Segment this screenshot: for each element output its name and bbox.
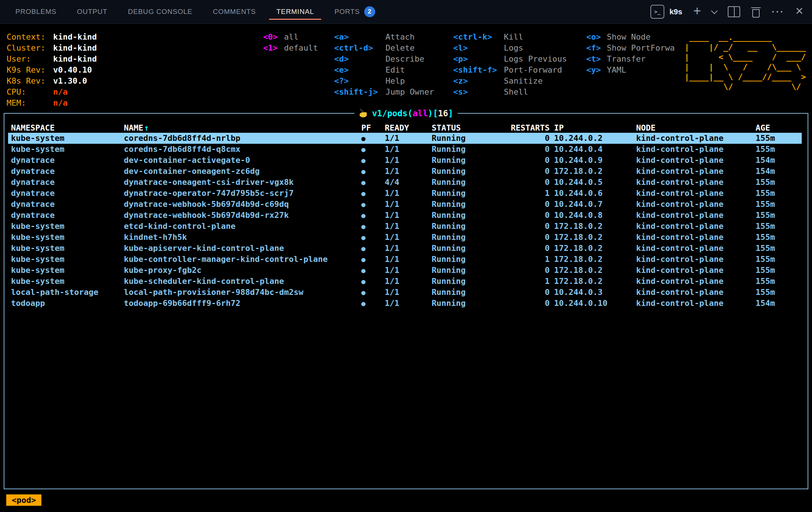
- tab-problems[interactable]: PROBLEMS: [5, 0, 67, 23]
- vscode-terminal-panel: PROBLEMSOUTPUTDEBUG CONSOLECOMMENTSTERMI…: [0, 0, 812, 512]
- hotkey-label: Logs: [504, 43, 567, 54]
- cell-namespace: dynatrace: [11, 199, 124, 210]
- more-actions-icon[interactable]: ···: [772, 6, 785, 18]
- cell-namespace: kube-system: [11, 221, 124, 232]
- tab-output[interactable]: OUTPUT: [67, 0, 118, 23]
- tab-ports[interactable]: PORTS2: [324, 0, 385, 23]
- table-row[interactable]: kube-systemkube-proxy-fgb2c●1/1Running01…: [8, 265, 802, 276]
- hotkey-key: <y>: [586, 65, 607, 76]
- cluster-info-label: MEM:: [7, 98, 53, 109]
- kill-terminal-icon[interactable]: [751, 6, 761, 18]
- cell-age: 155m: [756, 177, 802, 188]
- table-row[interactable]: dynatracedynatrace-webhook-5b697d4b9d-c6…: [8, 199, 802, 210]
- cell-ip: 10.244.0.9: [551, 155, 636, 166]
- cell-namespace: kube-system: [11, 254, 124, 265]
- table-header: NAMESPACE NAME↑ PF READY STATUS RESTARTS…: [8, 122, 802, 134]
- cell-name: coredns-7db6d8ff4d-nrlbp: [124, 133, 361, 144]
- hotkey-label: Attach: [385, 32, 434, 43]
- hotkey-key: <d>: [334, 54, 385, 65]
- panel-tab-bar: PROBLEMSOUTPUTDEBUG CONSOLECOMMENTSTERMI…: [0, 0, 812, 24]
- new-terminal-button[interactable]: +: [693, 4, 701, 18]
- cell-namespace: dynatrace: [11, 155, 124, 166]
- hotkey-label: YAML: [607, 65, 675, 76]
- cell-node: kind-control-plane: [636, 166, 756, 177]
- table-row[interactable]: dynatracedynatrace-oneagent-csi-driver-v…: [8, 177, 802, 188]
- close-panel-icon[interactable]: ×: [796, 4, 803, 18]
- table-row[interactable]: dynatracedynatrace-operator-747d795b5c-s…: [8, 188, 802, 199]
- column-header-name: NAME↑: [124, 122, 361, 134]
- cell-name: kube-apiserver-kind-control-plane: [124, 243, 361, 254]
- pf-dot-icon: ●: [361, 254, 385, 265]
- cell-age: 155m: [756, 243, 802, 254]
- cell-ready: 1/1: [385, 199, 432, 210]
- cell-restarts: 0: [508, 155, 551, 166]
- cell-status: Running: [432, 199, 508, 210]
- hotkey-key: <0>: [263, 32, 284, 43]
- hotkey-label: Transfer: [607, 54, 675, 65]
- hotkeys-actions-3: <o>Show Node<f>Show PortForwa<t>Transfer…: [586, 32, 675, 76]
- hotkeys-namespaces: <0>all<1>default: [263, 32, 318, 54]
- cell-age: 155m: [756, 276, 802, 287]
- hotkey-label: Show Node: [607, 32, 675, 43]
- table-row[interactable]: kube-systemcoredns-7db6d8ff4d-nrlbp●1/1R…: [8, 133, 802, 144]
- table-row[interactable]: dynatracedynatrace-webhook-5b697d4b9d-rx…: [8, 210, 802, 221]
- column-header-namespace: NAMESPACE: [11, 122, 124, 134]
- cell-node: kind-control-plane: [636, 298, 756, 309]
- pf-dot-icon: ●: [361, 232, 385, 243]
- cell-namespace: kube-system: [11, 276, 124, 287]
- pf-dot-icon: ●: [361, 298, 385, 309]
- ports-count-badge: 2: [364, 6, 375, 17]
- cluster-info-label: Context:: [7, 32, 53, 43]
- hotkey-key: <z>: [453, 76, 504, 87]
- tab-debug-console[interactable]: DEBUG CONSOLE: [118, 0, 203, 23]
- table-row[interactable]: dynatracedev-container-oneagent-zc6dg●1/…: [8, 166, 802, 177]
- table-row[interactable]: kube-systemkube-scheduler-kind-control-p…: [8, 276, 802, 287]
- cell-namespace: kube-system: [11, 144, 124, 155]
- table-row[interactable]: kube-systemcoredns-7db6d8ff4d-q8cmx●1/1R…: [8, 144, 802, 155]
- tab-comments[interactable]: COMMENTS: [203, 0, 266, 23]
- hotkey-label: Logs Previous: [504, 54, 567, 65]
- cell-restarts: 0: [508, 144, 551, 155]
- hotkey-key: <l>: [453, 43, 504, 54]
- cell-namespace: kube-system: [11, 243, 124, 254]
- table-row[interactable]: kube-systemetcd-kind-control-plane●1/1Ru…: [8, 221, 802, 232]
- cell-name: coredns-7db6d8ff4d-q8cmx: [124, 144, 361, 155]
- table-title-text: v1/pods(all)[16]: [372, 109, 453, 118]
- hotkey-label: Shell: [504, 87, 567, 98]
- cell-age: 155m: [756, 188, 802, 199]
- table-row[interactable]: todoapptodoapp-69b66dfff9-6rh72●1/1Runni…: [8, 298, 802, 309]
- cell-ready: 4/4: [385, 177, 432, 188]
- cluster-info: Context:kind-kindCluster:kind-kindUser:k…: [7, 32, 97, 109]
- cell-age: 155m: [756, 287, 802, 298]
- cluster-info-value: n/a: [53, 87, 97, 98]
- table-row[interactable]: local-path-storagelocal-path-provisioner…: [8, 287, 802, 298]
- table-row[interactable]: dynatracedev-container-activegate-0●1/1R…: [8, 155, 802, 166]
- table-row[interactable]: kube-systemkube-controller-manager-kind-…: [8, 254, 802, 265]
- hotkey-label: all: [284, 32, 318, 43]
- cell-status: Running: [432, 254, 508, 265]
- cell-node: kind-control-plane: [636, 276, 756, 287]
- pods-table-panel: v1/pods(all)[16] NAMESPACE NAME↑ PF READ…: [4, 113, 808, 489]
- cell-ready: 1/1: [385, 133, 432, 144]
- table-row[interactable]: kube-systemkube-apiserver-kind-control-p…: [8, 243, 802, 254]
- pf-dot-icon: ●: [361, 265, 385, 276]
- cell-status: Running: [432, 177, 508, 188]
- tab-label: OUTPUT: [77, 8, 107, 16]
- hotkey-label: Kill: [504, 32, 567, 43]
- tab-label: DEBUG CONSOLE: [128, 8, 192, 16]
- cell-age: 155m: [756, 232, 802, 243]
- table-title: v1/pods(all)[16]: [354, 107, 458, 120]
- hotkey-key: <e>: [334, 65, 385, 76]
- hotkey-key: <1>: [263, 43, 284, 54]
- cell-restarts: 0: [508, 287, 551, 298]
- cell-ip: 172.18.0.2: [551, 265, 636, 276]
- cell-node: kind-control-plane: [636, 265, 756, 276]
- tab-terminal[interactable]: TERMINAL: [266, 0, 324, 23]
- terminal-dropdown-chevron-icon[interactable]: [711, 7, 717, 14]
- pf-dot-icon: ●: [361, 287, 385, 298]
- cell-restarts: 0: [508, 298, 551, 309]
- split-terminal-icon[interactable]: [728, 6, 740, 17]
- cell-name: local-path-provisioner-988d74bc-dm2sw: [124, 287, 361, 298]
- table-row[interactable]: kube-systemkindnet-h7h5k●1/1Running0172.…: [8, 232, 802, 243]
- cell-namespace: dynatrace: [11, 210, 124, 221]
